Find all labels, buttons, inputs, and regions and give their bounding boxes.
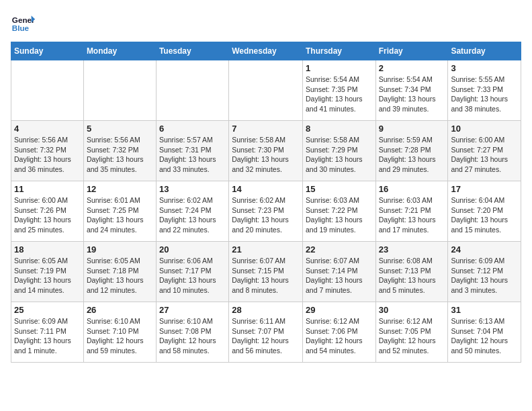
weekday-header-friday: Friday [375,42,448,60]
day-number: 15 [306,184,373,194]
calendar-cell: 3Sunrise: 5:55 AMSunset: 7:33 PMDaylight… [448,60,521,121]
day-number: 17 [451,184,518,194]
calendar-cell: 28Sunrise: 6:11 AMSunset: 7:07 PMDayligh… [229,302,303,363]
calendar-week-4: 18Sunrise: 6:05 AMSunset: 7:19 PMDayligh… [11,242,521,302]
calendar-week-5: 25Sunrise: 6:09 AMSunset: 7:11 PMDayligh… [11,302,521,363]
calendar-cell: 22Sunrise: 6:07 AMSunset: 7:14 PMDayligh… [302,242,375,302]
day-info: Sunrise: 6:09 AMSunset: 7:11 PMDaylight:… [14,316,81,356]
day-info: Sunrise: 6:02 AMSunset: 7:23 PMDaylight:… [232,195,300,235]
day-number: 1 [306,63,373,73]
calendar-cell: 30Sunrise: 6:12 AMSunset: 7:05 PMDayligh… [375,302,448,363]
day-info: Sunrise: 6:01 AMSunset: 7:25 PMDaylight:… [87,195,153,235]
calendar-cell: 24Sunrise: 6:09 AMSunset: 7:12 PMDayligh… [448,242,521,302]
calendar-cell: 9Sunrise: 5:59 AMSunset: 7:28 PMDaylight… [375,121,448,181]
calendar-cell: 14Sunrise: 6:02 AMSunset: 7:23 PMDayligh… [229,181,303,242]
day-info: Sunrise: 6:03 AMSunset: 7:22 PMDaylight:… [306,195,373,235]
day-info: Sunrise: 6:10 AMSunset: 7:08 PMDaylight:… [159,316,226,356]
day-info: Sunrise: 6:07 AMSunset: 7:15 PMDaylight:… [232,256,300,295]
calendar-cell: 1Sunrise: 5:54 AMSunset: 7:35 PMDaylight… [302,60,375,121]
calendar-cell: 5Sunrise: 5:56 AMSunset: 7:32 PMDaylight… [83,121,156,181]
day-info: Sunrise: 5:59 AMSunset: 7:28 PMDaylight:… [379,135,445,175]
day-number: 29 [306,305,373,315]
weekday-header-tuesday: Tuesday [156,42,228,60]
day-number: 9 [379,124,445,134]
calendar-week-1: 1Sunrise: 5:54 AMSunset: 7:35 PMDaylight… [11,60,521,121]
day-number: 6 [159,124,226,134]
svg-text:Blue: Blue [12,24,30,32]
calendar-cell: 21Sunrise: 6:07 AMSunset: 7:15 PMDayligh… [229,242,303,302]
day-number: 26 [87,305,153,315]
calendar-cell [11,60,84,121]
day-number: 16 [379,184,445,194]
day-number: 23 [379,244,445,255]
calendar-week-3: 11Sunrise: 6:00 AMSunset: 7:26 PMDayligh… [11,181,521,242]
calendar-cell [229,60,303,121]
calendar-cell: 11Sunrise: 6:00 AMSunset: 7:26 PMDayligh… [11,181,84,242]
calendar-cell: 17Sunrise: 6:04 AMSunset: 7:20 PMDayligh… [448,181,521,242]
day-info: Sunrise: 6:11 AMSunset: 7:07 PMDaylight:… [232,316,300,356]
calendar-cell: 19Sunrise: 6:05 AMSunset: 7:18 PMDayligh… [83,242,156,302]
day-info: Sunrise: 6:12 AMSunset: 7:05 PMDaylight:… [379,316,445,356]
weekday-header-sunday: Sunday [11,42,84,60]
calendar-cell: 23Sunrise: 6:08 AMSunset: 7:13 PMDayligh… [375,242,448,302]
day-info: Sunrise: 5:54 AMSunset: 7:34 PMDaylight:… [379,75,445,114]
calendar-cell: 12Sunrise: 6:01 AMSunset: 7:25 PMDayligh… [83,181,156,242]
day-number: 31 [451,305,518,315]
day-info: Sunrise: 6:09 AMSunset: 7:12 PMDaylight:… [451,256,518,295]
calendar-week-2: 4Sunrise: 5:56 AMSunset: 7:32 PMDaylight… [11,121,521,181]
calendar-cell: 4Sunrise: 5:56 AMSunset: 7:32 PMDaylight… [11,121,84,181]
day-number: 12 [87,184,153,194]
day-number: 24 [451,244,518,255]
day-info: Sunrise: 6:00 AMSunset: 7:27 PMDaylight:… [451,135,518,175]
day-info: Sunrise: 6:00 AMSunset: 7:26 PMDaylight:… [14,195,81,235]
calendar-cell: 31Sunrise: 6:13 AMSunset: 7:04 PMDayligh… [448,302,521,363]
day-number: 13 [159,184,226,194]
calendar-cell: 26Sunrise: 6:10 AMSunset: 7:10 PMDayligh… [83,302,156,363]
day-number: 20 [159,244,226,255]
calendar-cell: 8Sunrise: 5:58 AMSunset: 7:29 PMDaylight… [302,121,375,181]
day-info: Sunrise: 6:10 AMSunset: 7:10 PMDaylight:… [87,316,153,356]
weekday-header-row: SundayMondayTuesdayWednesdayThursdayFrid… [11,42,521,60]
calendar-cell: 16Sunrise: 6:03 AMSunset: 7:21 PMDayligh… [375,181,448,242]
day-number: 22 [306,244,373,255]
calendar-cell: 7Sunrise: 5:58 AMSunset: 7:30 PMDaylight… [229,121,303,181]
logo: General Blue [11,11,35,35]
weekday-header-saturday: Saturday [448,42,521,60]
day-info: Sunrise: 5:56 AMSunset: 7:32 PMDaylight:… [87,135,153,175]
day-number: 25 [14,305,81,315]
calendar-cell: 29Sunrise: 6:12 AMSunset: 7:06 PMDayligh… [302,302,375,363]
day-number: 27 [159,305,226,315]
day-info: Sunrise: 6:08 AMSunset: 7:13 PMDaylight:… [379,256,445,295]
page-header: General Blue [11,11,521,35]
calendar-cell: 13Sunrise: 6:02 AMSunset: 7:24 PMDayligh… [156,181,228,242]
day-number: 18 [14,244,81,255]
day-number: 7 [232,124,300,134]
calendar-cell: 25Sunrise: 6:09 AMSunset: 7:11 PMDayligh… [11,302,84,363]
calendar-cell: 18Sunrise: 6:05 AMSunset: 7:19 PMDayligh… [11,242,84,302]
calendar-cell: 15Sunrise: 6:03 AMSunset: 7:22 PMDayligh… [302,181,375,242]
day-info: Sunrise: 6:05 AMSunset: 7:19 PMDaylight:… [14,256,81,295]
day-number: 30 [379,305,445,315]
day-info: Sunrise: 6:07 AMSunset: 7:14 PMDaylight:… [306,256,373,295]
day-number: 28 [232,305,300,315]
day-number: 11 [14,184,81,194]
weekday-header-thursday: Thursday [302,42,375,60]
weekday-header-wednesday: Wednesday [229,42,303,60]
day-number: 2 [379,63,445,73]
day-info: Sunrise: 6:02 AMSunset: 7:24 PMDaylight:… [159,195,226,235]
day-number: 8 [306,124,373,134]
calendar-cell: 10Sunrise: 6:00 AMSunset: 7:27 PMDayligh… [448,121,521,181]
day-info: Sunrise: 5:55 AMSunset: 7:33 PMDaylight:… [451,75,518,114]
day-number: 21 [232,244,300,255]
day-info: Sunrise: 5:54 AMSunset: 7:35 PMDaylight:… [306,75,373,114]
day-info: Sunrise: 5:57 AMSunset: 7:31 PMDaylight:… [159,135,226,175]
day-number: 10 [451,124,518,134]
calendar-table: SundayMondayTuesdayWednesdayThursdayFrid… [11,42,521,363]
day-info: Sunrise: 6:04 AMSunset: 7:20 PMDaylight:… [451,195,518,235]
weekday-header-monday: Monday [83,42,156,60]
day-info: Sunrise: 6:13 AMSunset: 7:04 PMDaylight:… [451,316,518,356]
day-info: Sunrise: 5:58 AMSunset: 7:29 PMDaylight:… [306,135,373,175]
calendar-cell: 6Sunrise: 5:57 AMSunset: 7:31 PMDaylight… [156,121,228,181]
day-number: 4 [14,124,81,134]
logo-icon: General Blue [11,11,35,35]
